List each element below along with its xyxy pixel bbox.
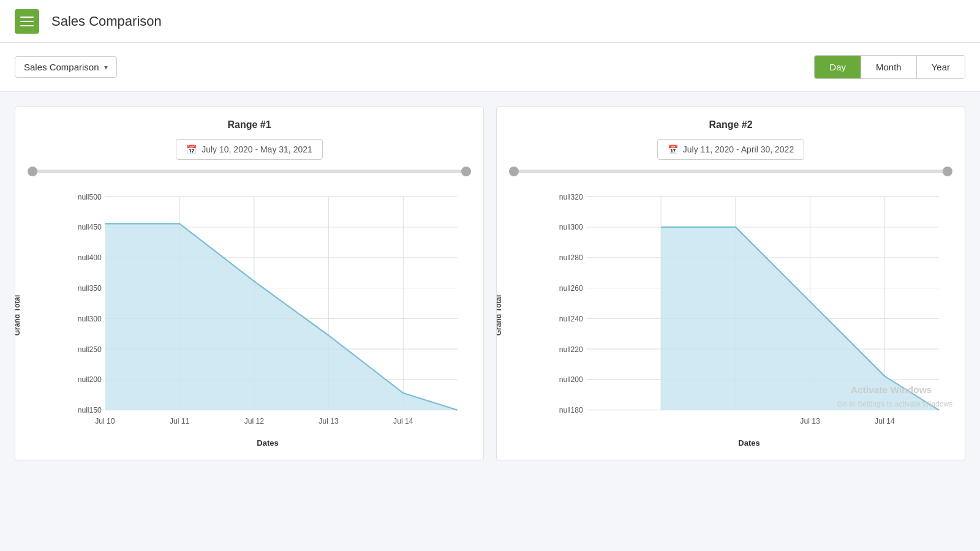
period-selector: Day Month Year	[814, 55, 965, 79]
svg-text:Jul 14: Jul 14	[393, 417, 413, 425]
svg-text:Jul 14: Jul 14	[875, 417, 895, 425]
svg-text:Jul 13: Jul 13	[318, 417, 339, 425]
svg-text:null500: null500	[78, 193, 102, 201]
svg-text:null350: null350	[78, 284, 102, 293]
menu-icon-line	[20, 21, 34, 22]
svg-text:null200: null200	[78, 375, 102, 384]
svg-text:Jul 12: Jul 12	[244, 417, 265, 425]
svg-text:null250: null250	[78, 345, 102, 354]
menu-button[interactable]	[15, 9, 39, 34]
chart2-date-range-label: July 11, 2020 - April 30, 2022	[683, 144, 794, 154]
svg-text:null260: null260	[559, 284, 583, 293]
svg-text:null220: null220	[559, 345, 583, 354]
chart-panel-1: Range #1 📅 July 10, 2020 - May 31, 2021 …	[15, 107, 484, 460]
svg-text:null320: null320	[559, 193, 583, 201]
svg-text:Jul 11: Jul 11	[170, 417, 190, 425]
chart2-slider-right-handle[interactable]	[943, 167, 952, 176]
calendar-icon-2: 📅	[668, 144, 678, 154]
chart2-svg-container: null320 null300 null280 null260 null240 …	[546, 183, 952, 436]
app-header: Sales Comparison	[0, 0, 980, 43]
chart1-svg: null500 null450 null400 null350 null300 …	[64, 183, 471, 433]
period-day-button[interactable]: Day	[815, 56, 861, 78]
chart2-title: Range #2	[509, 119, 952, 130]
svg-text:null280: null280	[559, 253, 583, 262]
svg-text:null300: null300	[559, 223, 583, 231]
svg-marker-20	[105, 223, 457, 410]
toolbar: Sales Comparison ▾ Day Month Year	[0, 43, 980, 92]
svg-text:null240: null240	[559, 315, 583, 323]
chart1-slider-track	[28, 170, 471, 173]
period-year-button[interactable]: Year	[917, 56, 965, 78]
chart1-svg-container: null500 null450 null400 null350 null300 …	[64, 183, 471, 436]
chart2-date-range-button[interactable]: 📅 July 11, 2020 - April 30, 2022	[657, 139, 804, 160]
dropdown-label: Sales Comparison	[24, 62, 99, 72]
chart2-wrapper: Grand Total	[509, 183, 952, 448]
menu-icon-line	[20, 17, 34, 18]
svg-text:null150: null150	[78, 406, 102, 414]
svg-text:Jul 13: Jul 13	[800, 417, 820, 425]
chart2-x-axis-label: Dates	[546, 438, 952, 448]
chevron-down-icon: ▾	[104, 63, 108, 72]
chart1-slider-right-handle[interactable]	[461, 167, 471, 176]
chart2-slider-track	[509, 170, 952, 173]
period-month-button[interactable]: Month	[861, 56, 917, 78]
chart1-slider-left-handle[interactable]	[28, 167, 37, 176]
svg-text:null200: null200	[559, 375, 583, 384]
chart2-svg: null320 null300 null280 null260 null240 …	[546, 183, 952, 433]
chart1-date-range-label: July 10, 2020 - May 31, 2021	[202, 144, 312, 154]
svg-text:Jul 10: Jul 10	[95, 417, 115, 425]
svg-text:Activate Windows: Activate Windows	[851, 384, 932, 395]
chart2-slider-left-handle[interactable]	[509, 167, 519, 176]
menu-icon-line	[20, 25, 34, 26]
chart1-y-axis-label: Grand Total	[15, 295, 21, 335]
view-dropdown[interactable]: Sales Comparison ▾	[15, 56, 117, 78]
svg-text:null400: null400	[78, 253, 102, 262]
chart-panel-2: Range #2 📅 July 11, 2020 - April 30, 202…	[496, 107, 965, 460]
svg-text:null300: null300	[78, 315, 102, 323]
page-title: Sales Comparison	[51, 13, 162, 29]
chart1-x-axis-label: Dates	[64, 438, 471, 448]
chart1-wrapper: Grand Total	[28, 183, 471, 448]
svg-text:Go to Settings to activate Win: Go to Settings to activate Windows.	[837, 400, 952, 408]
chart1-date-range-button[interactable]: 📅 July 10, 2020 - May 31, 2021	[176, 139, 323, 160]
chart1-title: Range #1	[28, 119, 471, 130]
svg-text:null180: null180	[559, 406, 583, 414]
chart2-y-axis-label: Grand Total	[496, 295, 503, 335]
calendar-icon: 📅	[186, 144, 197, 154]
svg-text:null450: null450	[78, 223, 102, 231]
main-content: Range #1 📅 July 10, 2020 - May 31, 2021 …	[0, 92, 980, 475]
